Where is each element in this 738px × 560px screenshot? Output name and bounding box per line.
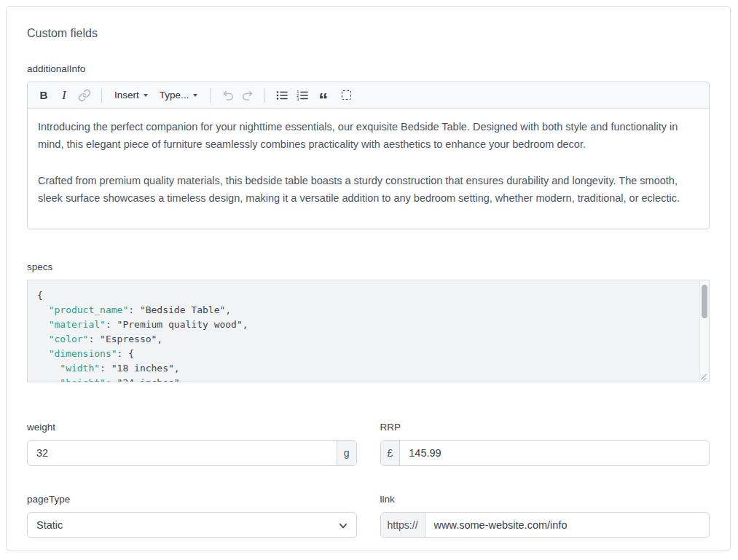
- chevron-down-icon: [193, 94, 197, 97]
- code-line: "color": "Espresso",: [37, 332, 690, 347]
- code-line: "product_name": "Bedside Table",: [37, 303, 690, 318]
- bullet-list-button[interactable]: [272, 85, 292, 106]
- redo-button[interactable]: [238, 85, 258, 106]
- type-dropdown[interactable]: Type...: [154, 85, 204, 106]
- scrollbar-track[interactable]: [699, 281, 708, 381]
- currency-addon: £: [381, 441, 401, 465]
- insert-dropdown-label: Insert: [114, 90, 139, 100]
- link-label: link: [380, 494, 710, 505]
- code-line: {: [37, 288, 690, 303]
- code-line: "height": "24 inches": [37, 376, 690, 382]
- editor-content[interactable]: Introducing the perfect companion for yo…: [28, 109, 709, 229]
- rrp-label: RRP: [380, 422, 710, 433]
- scrollbar-thumb[interactable]: [702, 285, 707, 318]
- toolbar-divider: [210, 88, 211, 103]
- bullet-list-icon: [275, 89, 288, 102]
- blockquote-button[interactable]: “: [313, 85, 333, 106]
- undo-icon: [221, 88, 235, 102]
- specs-field: specs { "product_name": "Bedside Table",…: [27, 261, 710, 382]
- editor-toolbar: B I Insert Type...: [28, 82, 709, 109]
- code-line: "dimensions": {: [37, 347, 690, 361]
- specs-code-editor[interactable]: { "product_name": "Bedside Table", "mate…: [27, 280, 710, 382]
- italic-button[interactable]: I: [54, 85, 74, 106]
- blockquote-icon: “: [318, 96, 327, 103]
- chevron-down-icon: [144, 94, 148, 97]
- additional-info-label: additionalInfo: [27, 63, 710, 74]
- rich-text-editor: B I Insert Type...: [27, 82, 710, 229]
- page-type-field: pageType Static: [27, 494, 357, 538]
- numbered-list-icon: 1 2 3: [296, 89, 309, 102]
- toolbar-divider: [101, 88, 102, 103]
- card-title: Custom fields: [27, 27, 710, 40]
- insert-dropdown[interactable]: Insert: [109, 85, 154, 106]
- rrp-field: RRP £: [380, 422, 710, 466]
- weight-label: weight: [27, 422, 357, 433]
- protocol-addon: https://: [381, 513, 425, 537]
- editor-paragraph: Crafted from premium quality materials, …: [38, 172, 699, 207]
- page-type-label: pageType: [27, 494, 357, 505]
- rrp-input-group: £: [380, 440, 710, 466]
- bold-button[interactable]: B: [34, 85, 54, 106]
- weight-field: weight g: [27, 422, 357, 466]
- dashed-box-button[interactable]: [336, 85, 356, 106]
- editor-paragraph: Introducing the perfect companion for yo…: [38, 118, 699, 153]
- toolbar-divider: [264, 88, 265, 103]
- link-button[interactable]: [74, 85, 95, 106]
- weight-unit-addon: g: [337, 441, 356, 465]
- weight-input[interactable]: [28, 441, 337, 465]
- undo-button[interactable]: [217, 85, 238, 106]
- link-icon: [78, 89, 91, 102]
- link-input[interactable]: [425, 513, 709, 537]
- svg-text:3: 3: [297, 97, 299, 101]
- additional-info-field: additionalInfo B I Insert: [27, 63, 710, 229]
- resize-handle-icon[interactable]: [700, 373, 707, 380]
- code-line: "width": "18 inches",: [37, 361, 690, 376]
- rrp-input[interactable]: [400, 441, 709, 465]
- specs-code: { "product_name": "Bedside Table", "mate…: [37, 288, 690, 382]
- specs-label: specs: [27, 261, 710, 272]
- custom-fields-card: Custom fields additionalInfo B I Inse: [6, 6, 731, 551]
- numbered-list-button[interactable]: 1 2 3: [292, 85, 313, 106]
- dashed-box-icon: [342, 90, 351, 100]
- page-type-select-wrap: Static: [27, 512, 357, 538]
- link-input-group: https://: [380, 512, 710, 538]
- weight-input-group: g: [27, 440, 357, 466]
- redo-icon: [241, 88, 255, 102]
- page-type-select[interactable]: Static: [28, 513, 356, 537]
- code-line: "material": "Premium quality wood",: [37, 318, 690, 332]
- type-dropdown-label: Type...: [160, 90, 189, 100]
- link-field: link https://: [380, 494, 710, 538]
